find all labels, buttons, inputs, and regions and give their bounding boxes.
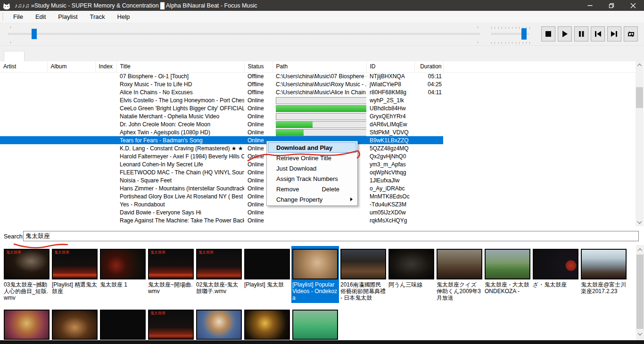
thumbnail-tile[interactable]: 鬼太鼓座 03鬼太鼓座~撼動人心的曲目_短版.wmv (3, 246, 50, 303)
cell-duration (414, 200, 443, 208)
menu-track[interactable]: Track (84, 12, 111, 22)
thumbnail-tile[interactable]: 鬼太鼓座 02鬼太鼓座-鬼太鼓囃子.wmv (195, 246, 243, 296)
cell-artist (0, 136, 47, 144)
table-row[interactable]: David Bowie - Everyone Says Hi Online um… (0, 208, 636, 216)
repeat-one-button[interactable]: 1 (624, 26, 638, 41)
table-row[interactable]: Dr. John Creole Moon: Creole Moon Online… (0, 120, 636, 128)
scroll-down-icon[interactable] (636, 330, 644, 338)
context-menu-item-change-property[interactable]: Change Property (268, 194, 356, 205)
seek-slider[interactable] (8, 33, 480, 35)
thumbnail-tile[interactable]: 鬼太鼓座 [Playlist] 精選鬼太鼓座 (51, 246, 99, 296)
cell-id: NTjijBHXNQA (366, 72, 414, 80)
cell-title: Aphex Twin - Ageispolis (1080p HD) (116, 128, 244, 136)
playlist-tab[interactable] (4, 51, 25, 61)
column-header-status[interactable]: Status (244, 61, 272, 72)
table-row[interactable]: Rage Against The Machine: Take The Power… (0, 216, 636, 224)
context-menu-item-just-download[interactable]: Just Download (268, 163, 356, 173)
context-menu-item-assign-track-numbers[interactable]: Assign Track Numbers (268, 173, 356, 184)
cell-title: 07 Biosphere - Oi-1 [Touch] (116, 72, 244, 80)
thumbnail-tile[interactable]: 鬼太鼓座 (147, 307, 195, 340)
close-button[interactable] (622, 0, 644, 11)
scroll-down-icon[interactable] (636, 218, 644, 226)
restore-button[interactable] (601, 0, 622, 11)
cell-index (95, 168, 116, 176)
cell-duration (414, 128, 443, 136)
column-header-index[interactable]: Index (95, 61, 116, 72)
thumbnail-label: 鬼太鼓座~開場曲.wmv (148, 281, 194, 295)
thumbnail-scrollbar[interactable] (636, 245, 644, 340)
thumbnail-label: 鬼太鼓座 1 (100, 281, 146, 288)
column-header-artist[interactable]: Artist (0, 61, 47, 72)
toolbar-grip[interactable] (2, 13, 3, 20)
menu-edit[interactable]: Edit (29, 12, 52, 22)
play-button[interactable] (558, 26, 572, 41)
app-window: ♪♫♪♫ »Study Music - SUPER Memory & Conce… (0, 0, 644, 344)
video-thumbnail (4, 310, 50, 340)
table-scrollbar-thumb[interactable] (636, 87, 643, 108)
thumbnail-label: [Playlist] 鬼太鼓 (244, 281, 290, 288)
cell-artist (0, 72, 47, 80)
thumbnail-tile[interactable] (291, 307, 339, 340)
menu-file[interactable]: File (7, 12, 29, 22)
table-scrollbar[interactable] (636, 61, 644, 226)
thumbnail-tile[interactable] (195, 307, 243, 340)
thumbnail-tile[interactable]: [Playlist] 鬼太鼓 (243, 246, 291, 290)
search-input[interactable] (23, 231, 639, 241)
table-row[interactable]: Natalie Merchant - Ophelia Music Video O… (0, 112, 636, 120)
cell-title: Yes - Roundabout (116, 200, 244, 208)
cell-title: Alice In Chains - No Excuses (116, 88, 244, 96)
thumbnail-tile[interactable]: 鬼太鼓座 - 大太鼓 ONDEKOZA - (484, 246, 531, 296)
stop-button[interactable] (541, 26, 555, 41)
table-row[interactable]: Elvis Costello - The Long Honeymoon - Po… (0, 96, 636, 104)
thumbnail-tile[interactable]: 鬼太鼓座@富士川楽座2017.2.23 (580, 246, 627, 296)
menu-help[interactable]: Help (111, 12, 136, 22)
seek-slider-handle[interactable] (32, 29, 37, 39)
context-menu-item-download-and-play[interactable]: Download and Play (268, 142, 356, 153)
context-menu-item-remove[interactable]: Remove Delete (268, 184, 356, 194)
thumbnail-tile[interactable]: 阿うん三味線 (388, 246, 435, 290)
scroll-up-icon[interactable] (636, 61, 644, 69)
thumbnail-tile[interactable] (243, 307, 291, 340)
cell-status: Online (244, 104, 272, 112)
previous-button[interactable] (591, 26, 605, 41)
pause-button[interactable] (574, 26, 588, 41)
cell-duration (414, 144, 443, 152)
cell-index (95, 72, 116, 80)
volume-slider-handle[interactable] (521, 28, 527, 40)
thumbnail-tile[interactable]: ざ・鬼太鼓座 (532, 246, 579, 290)
thumbnail-tile[interactable] (99, 307, 147, 340)
thumbnail-tile[interactable]: 鬼太鼓座 鬼太鼓座~開場曲.wmv (147, 246, 195, 296)
column-header-path[interactable]: Path (272, 61, 366, 72)
cell-id: 5QZZ48gz4MQ (366, 144, 414, 152)
table-row[interactable]: Roxy Music - True to Life HD Offline C:\… (0, 80, 636, 88)
table-row[interactable]: CeeLo Green 'Bright Lights Bigger City' … (0, 104, 636, 112)
thumbnail-tile[interactable] (3, 307, 50, 340)
menu-playlist[interactable]: Playlist (52, 12, 83, 22)
table-row[interactable]: Aphex Twin - Ageispolis (1080p HD) Onlin… (0, 128, 636, 136)
cell-album (47, 120, 95, 128)
column-header-album[interactable]: Album (47, 61, 95, 72)
cell-album (47, 112, 95, 120)
next-button[interactable] (607, 26, 621, 41)
table-row[interactable]: Alice In Chains - No Excuses Offline C:\… (0, 88, 636, 96)
table-row[interactable]: 07 Biosphere - Oi-1 [Touch] Offline C:\U… (0, 72, 636, 80)
context-menu-item-retrieve-online-title[interactable]: Retrieve Online Title (268, 153, 356, 163)
video-thumbnail (100, 249, 146, 279)
bottom-strip (0, 340, 644, 344)
thumbnail-tile[interactable]: 鬼太鼓座 1 (99, 246, 147, 290)
thumbnail-tile[interactable]: [Playlist] Popular Videos - Ondekoza (291, 246, 339, 303)
thumbnail-scrollbar-thumb[interactable] (636, 254, 644, 329)
column-header-duration[interactable]: Duration (414, 61, 443, 72)
cell-status: Online (244, 120, 272, 128)
table-header-row: Artist Album Index Title Status Path ID … (0, 61, 636, 72)
thumbnail-tile[interactable] (51, 307, 99, 340)
thumbnail-tile[interactable]: 鬼太鼓座クイズ 伸助くん2009年3月放送 (436, 246, 483, 303)
column-header-id[interactable]: ID (366, 61, 414, 72)
scroll-up-icon[interactable] (636, 246, 644, 254)
thumbnail-tile[interactable]: 2016南瀛國際民俗藝術節開幕典禮 - 日本鬼太鼓 (339, 246, 387, 303)
column-header-title[interactable]: Title (116, 61, 244, 72)
minimize-button[interactable] (579, 0, 601, 11)
cell-id: wyhP_2S_1lk (366, 96, 414, 104)
cell-duration (414, 120, 443, 128)
thumbnail-grid: 鬼太鼓座 03鬼太鼓座~撼動人心的曲目_短版.wmv 鬼太鼓座 [Playlis… (0, 244, 636, 340)
